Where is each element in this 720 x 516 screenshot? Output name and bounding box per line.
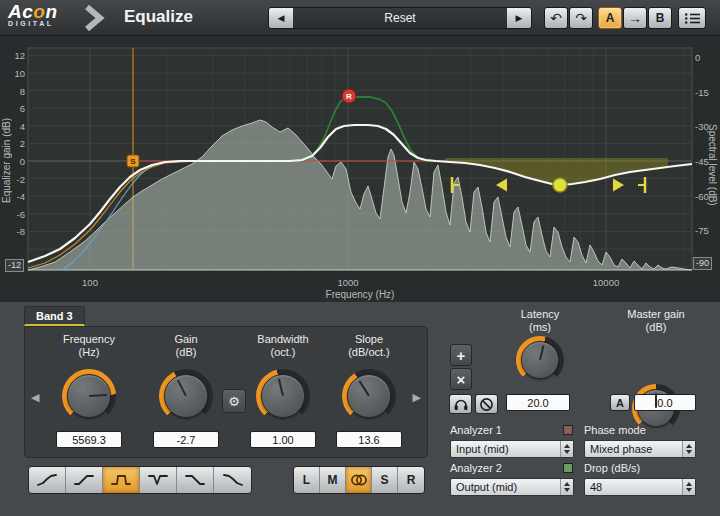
frequency-axis-tick: 1000 — [337, 277, 358, 288]
phase-mode-label: Phase mode — [584, 424, 646, 436]
menu-button[interactable] — [678, 7, 706, 29]
eq-curve-plot[interactable]: SR — [0, 36, 720, 302]
bandwidth-value[interactable]: 1.00 — [250, 431, 316, 448]
frequency-value[interactable]: 5569.3 — [56, 431, 122, 448]
preset-name[interactable]: Reset — [293, 8, 507, 28]
frequency-knob-group: Frequency (Hz)5569.3 — [41, 327, 137, 459]
band-tab[interactable]: Band 3 — [24, 306, 85, 326]
logo-text: Acon — [8, 1, 58, 22]
notch-curve-icon — [146, 472, 170, 488]
equalizer-graph: SR Equalizer gain (dB) Spectral level (d… — [0, 36, 720, 302]
latency-value[interactable]: 20.0 — [506, 394, 570, 411]
latency-label: Latency (ms) — [500, 308, 580, 334]
gain-axis-tick: 10 — [0, 68, 25, 79]
analyzer1-dropdown[interactable]: Input (mid) — [450, 440, 574, 458]
high-shelf-curve-icon — [183, 472, 207, 488]
gain-axis-min-box[interactable]: -12 — [5, 259, 24, 272]
analyzer1-color-swatch[interactable] — [563, 425, 573, 435]
remove-band-button[interactable]: × — [450, 368, 472, 390]
latency-knob[interactable] — [516, 336, 564, 384]
bandwidth-knob[interactable] — [256, 369, 310, 423]
undo-button[interactable]: ↶ — [544, 7, 568, 29]
gain-axis-tick: 6 — [0, 103, 25, 114]
filter-type-notch-button[interactable] — [140, 467, 177, 493]
drop-selected-value: 48 — [585, 479, 682, 495]
menu-list-icon — [684, 12, 701, 25]
filter-type-high-cut-button[interactable] — [214, 467, 251, 493]
filter-type-high-shelf-button[interactable] — [177, 467, 214, 493]
spectral-axis-tick: -15 — [695, 87, 720, 98]
ab-compare-a-button[interactable]: A — [598, 7, 622, 29]
gain-knob[interactable] — [159, 369, 213, 423]
filter-type-peak-button[interactable] — [103, 467, 140, 493]
channel-r-button[interactable]: R — [398, 467, 424, 493]
band-r-handle[interactable]: R — [342, 89, 356, 103]
gain-axis-tick: 8 — [0, 86, 25, 97]
preset-next-button[interactable]: ▶ — [507, 8, 531, 28]
bandwidth-knob-group: Bandwidth (oct.)1.00 — [235, 327, 331, 459]
phase-mode-dropdown[interactable]: Mixed phase — [584, 440, 696, 458]
gain-axis-tick: -2 — [0, 174, 25, 185]
slope-knob-group: Slope (dB/oct.)13.6 — [321, 327, 417, 459]
channel-s-button[interactable]: S — [372, 467, 398, 493]
gain-knob-group: Gain (dB)-2.7 — [138, 327, 234, 459]
plugin-title: Equalize — [124, 7, 193, 27]
spectral-axis-tick: 0 — [695, 52, 720, 63]
control-panel: Band 3 ◀ ▶ ⚙ Frequency (Hz)5569.3Gain (d… — [0, 302, 720, 516]
filter-type-group — [28, 466, 252, 494]
analyzer2-dropdown[interactable]: Output (mid) — [450, 478, 574, 496]
spectral-axis-tick: -60 — [695, 191, 720, 202]
frequency-label: Frequency (Hz) — [41, 333, 137, 359]
spectral-axis-tick: -30 — [695, 121, 720, 132]
channel-m-button[interactable]: M — [320, 467, 346, 493]
preset-prev-button[interactable]: ◀ — [269, 8, 293, 28]
gain-axis-tick: -6 — [0, 209, 25, 220]
spectral-axis-tick: -45 — [695, 156, 720, 167]
gain-axis-tick: 12 — [0, 50, 25, 61]
filter-type-low-cut-button[interactable] — [29, 467, 66, 493]
spinner-arrows-icon[interactable] — [560, 479, 573, 495]
drop-dropdown[interactable]: 48 — [584, 478, 696, 496]
frequency-knob[interactable] — [62, 369, 116, 423]
preset-bar: ◀ Reset ▶ — [268, 7, 532, 29]
redo-button[interactable]: ↷ — [569, 7, 593, 29]
bypass-button[interactable] — [475, 394, 498, 414]
band-knob-panel: ◀ ▶ ⚙ Frequency (Hz)5569.3Gain (dB)-2.7B… — [24, 326, 428, 458]
frequency-axis-tick: 10000 — [593, 277, 619, 288]
low-shelf-curve-icon — [72, 472, 96, 488]
analyzer2-color-swatch[interactable] — [563, 463, 573, 473]
ab-copy-arrow-button[interactable]: → — [623, 7, 647, 29]
slope-knob[interactable] — [342, 369, 396, 423]
gain-axis-tick: 4 — [0, 121, 25, 132]
x-axis-label: Frequency (Hz) — [326, 289, 395, 300]
band3-center-handle[interactable] — [553, 178, 567, 192]
channel-l-button[interactable]: L — [294, 467, 320, 493]
stereo-circles-icon — [349, 472, 369, 488]
analyzer1-selected-value: Input (mid) — [451, 441, 560, 457]
bandwidth-label: Bandwidth (oct.) — [235, 333, 331, 359]
spectral-axis-tick: -75 — [695, 225, 720, 236]
add-band-button[interactable]: + — [450, 344, 472, 366]
high-cut-curve-icon — [221, 472, 245, 488]
analyzer1-label: Analyzer 1 — [450, 424, 502, 436]
ab-compare-b-button[interactable]: B — [648, 7, 672, 29]
gain-axis-tick: -8 — [0, 226, 25, 237]
low-cut-curve-icon — [35, 472, 59, 488]
band-s-handle[interactable]: S — [127, 155, 139, 167]
spinner-arrows-icon[interactable] — [682, 441, 695, 457]
headphones-icon — [453, 397, 469, 411]
toolbar: Acon DIGITAL Equalize ◀ Reset ▶ ↶ ↷ A → … — [0, 0, 720, 36]
solo-listen-button[interactable] — [449, 394, 472, 414]
spectral-axis-min-box[interactable]: -90 — [693, 257, 712, 270]
auto-gain-button[interactable]: A — [610, 394, 630, 411]
gain-value[interactable]: -2.7 — [153, 431, 219, 448]
master-gain-value[interactable]: 0.0 — [634, 394, 696, 411]
filter-type-low-shelf-button[interactable] — [66, 467, 103, 493]
spinner-arrows-icon[interactable] — [560, 441, 573, 457]
slope-value[interactable]: 13.6 — [336, 431, 402, 448]
gain-label: Gain (dB) — [138, 333, 234, 359]
channel-stereo-button[interactable] — [346, 467, 372, 493]
spinner-arrows-icon[interactable] — [682, 479, 695, 495]
gain-axis-tick: 0 — [0, 156, 25, 167]
previous-band-arrow[interactable]: ◀ — [31, 391, 39, 404]
